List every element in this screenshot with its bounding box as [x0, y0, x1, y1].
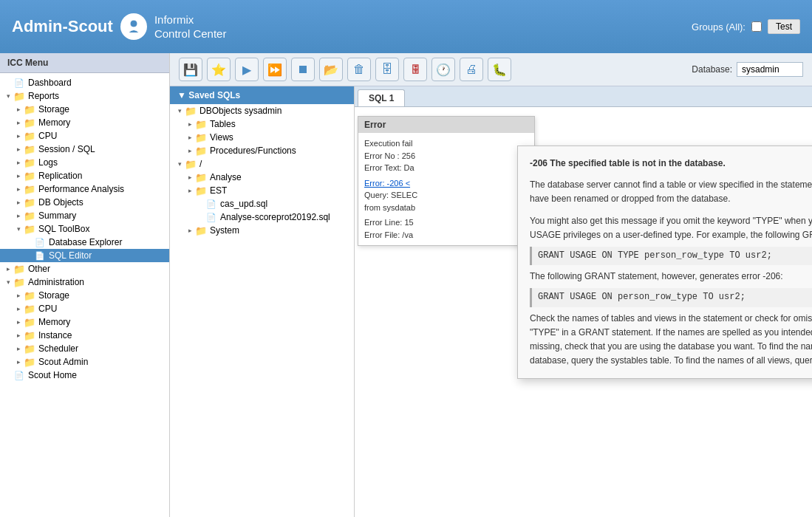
error-mini-footer2: Error File: /va — [364, 229, 528, 242]
groups-checkbox[interactable] — [751, 21, 762, 32]
sidebar-item-database-explorer[interactable]: 📄Database Explorer — [0, 236, 169, 249]
folder-icon: 📁 — [195, 119, 207, 129]
sidebar-item-session-sql[interactable]: ▸📁Session / SQL — [0, 143, 169, 156]
delete-button[interactable]: 🗑 — [347, 58, 371, 81]
sidebar-item-administration[interactable]: ▾📁Administration — [0, 275, 169, 289]
sql-tab-1[interactable]: SQL 1 — [358, 89, 405, 106]
error-main-content: -206 The specified table is not in the d… — [518, 146, 812, 378]
bug-button[interactable]: 🐛 — [488, 58, 511, 81]
sidebar-item-db-objects[interactable]: ▸📁DB Objects — [0, 196, 169, 209]
error-mini-line2: Error No : 256 — [364, 150, 528, 162]
tree-label-adm-storage: Storage — [38, 290, 69, 301]
tree-label-adm-cpu: CPU — [38, 304, 57, 314]
bookmark-button[interactable]: ⭐ — [207, 58, 231, 81]
folder-icon: 📁 — [24, 104, 35, 114]
expander-adm-cpu: ▸ — [13, 305, 24, 312]
play-button[interactable]: ▶ — [235, 58, 259, 81]
saved-sql-label-9: System — [210, 225, 239, 236]
saved-sql-item-5[interactable]: ▸📁Analyse — [170, 171, 354, 184]
sidebar-item-scout-home[interactable]: 📄Scout Home — [0, 369, 169, 382]
saved-sql-item-9[interactable]: ▸📁System — [170, 224, 354, 237]
error-mini-query1: Query: SELEC — [364, 189, 528, 202]
saved-sql-item-0[interactable]: ▾📁DBObjects sysadmin — [170, 104, 354, 117]
doc-icon: 📄 — [13, 370, 25, 380]
database-button[interactable]: 🗄 — [375, 58, 399, 81]
sidebar-item-reports[interactable]: ▾📁Reports — [0, 89, 169, 103]
expander-summary: ▸ — [13, 212, 24, 219]
saved-sql-label-2: Views — [210, 132, 233, 143]
saved-sql-item-8[interactable]: 📄Analyse-scoreprot20192.sql — [170, 210, 354, 224]
sidebar-tree: 📄Dashboard▾📁Reports▸📁Storage▸📁Memory▸📁CP… — [0, 73, 169, 517]
tree-label-performance-analysis: Performance Analysis — [38, 184, 124, 194]
error-mini-query2: from sysdatab — [364, 202, 528, 214]
folder-icon: 📁 — [13, 277, 25, 287]
expander-memory: ▸ — [13, 119, 24, 126]
saved-sql-item-6[interactable]: ▸📁EST — [170, 184, 354, 197]
folder-icon: 📁 — [24, 197, 35, 208]
sidebar-item-replication[interactable]: ▸📁Replication — [0, 169, 169, 182]
folder-icon: 📁 — [24, 330, 35, 340]
expander-scheduler: ▸ — [13, 345, 24, 352]
folder-icon: 📁 — [13, 91, 25, 101]
doc-icon: 📄 — [34, 237, 46, 247]
sidebar-item-cpu[interactable]: ▸📁CPU — [0, 129, 169, 143]
doc-icon: 📄 — [34, 250, 46, 261]
sidebar-item-summary[interactable]: ▸📁Summary — [0, 209, 169, 222]
saved-sql-item-3[interactable]: ▸📁Procedures/Functions — [170, 144, 354, 157]
folder-icon: 📁 — [195, 225, 207, 236]
database-x-button[interactable]: 🗄 — [403, 58, 427, 81]
expander-replication: ▸ — [13, 172, 24, 179]
expander-sql-toolbox: ▾ — [13, 225, 24, 233]
doc-icon: 📄 — [205, 199, 217, 209]
sidebar-item-adm-storage[interactable]: ▸📁Storage — [0, 289, 169, 302]
saved-sql-item-7[interactable]: 📄cas_upd.sql — [170, 197, 354, 210]
main-layout: ICC Menu 📄Dashboard▾📁Reports▸📁Storage▸📁M… — [0, 53, 812, 517]
folder-icon: 📁 — [24, 171, 35, 181]
sidebar-item-memory[interactable]: ▸📁Memory — [0, 116, 169, 129]
sidebar-item-scheduler[interactable]: ▸📁Scheduler — [0, 342, 169, 355]
expander-session-sql: ▸ — [13, 145, 24, 153]
save-button[interactable]: 💾 — [179, 58, 202, 81]
tree-label-db-objects: DB Objects — [38, 197, 83, 208]
sidebar-item-sql-editor[interactable]: 📄SQL Editor — [0, 249, 169, 262]
test-button[interactable]: Test — [768, 19, 800, 34]
sidebar-item-other[interactable]: ▸📁Other — [0, 262, 169, 275]
tree-label-sql-toolbox: SQL ToolBox — [38, 224, 89, 234]
clock-button[interactable]: 🕐 — [431, 58, 455, 81]
saved-sql-item-2[interactable]: ▸📁Views — [170, 131, 354, 144]
expander-adm-memory: ▸ — [13, 318, 24, 326]
folder-icon: 📁 — [185, 106, 197, 116]
database-input[interactable] — [737, 62, 803, 77]
folder-icon: 📁 — [24, 184, 35, 194]
tree-label-database-explorer: Database Explorer — [49, 237, 122, 247]
saved-sql-label-6: EST — [210, 185, 227, 196]
folder-icon: 📁 — [13, 264, 25, 274]
folder-icon: 📁 — [195, 185, 207, 196]
tree-label-scout-home: Scout Home — [28, 370, 77, 380]
tree-label-session-sql: Session / SQL — [38, 144, 95, 154]
sidebar-item-scout-admin[interactable]: ▸📁Scout Admin — [0, 355, 169, 369]
expander-cpu: ▸ — [13, 132, 24, 140]
sidebar-item-storage[interactable]: ▸📁Storage — [0, 103, 169, 116]
database-label: Database: — [692, 64, 732, 75]
tree-label-storage: Storage — [38, 104, 69, 114]
print-button[interactable]: 🖨 — [460, 58, 483, 81]
stop-button[interactable]: ⏹ — [291, 58, 315, 81]
saved-sql-item-4[interactable]: ▾📁/ — [170, 157, 354, 171]
sidebar-item-dashboard[interactable]: 📄Dashboard — [0, 76, 169, 89]
tree-label-adm-memory: Memory — [38, 317, 70, 327]
sidebar-item-adm-cpu[interactable]: ▸📁CPU — [0, 302, 169, 315]
folder-icon: 📁 — [185, 159, 197, 169]
sidebar-item-adm-memory[interactable]: ▸📁Memory — [0, 315, 169, 329]
toolbar: 💾 ⭐ ▶ ⏩ ⏹ 📂 🗑 🗄 🗄 🕐 🖨 🐛 Database: — [170, 53, 812, 86]
folder-add-button[interactable]: 📂 — [319, 58, 343, 81]
error-mini-link-line: Error: -206 < — [364, 177, 528, 190]
sidebar-item-performance-analysis[interactable]: ▸📁Performance Analysis — [0, 182, 169, 196]
sidebar-item-instance[interactable]: ▸📁Instance — [0, 329, 169, 342]
sidebar-item-logs[interactable]: ▸📁Logs — [0, 156, 169, 169]
sidebar-item-sql-toolbox[interactable]: ▾📁SQL ToolBox — [0, 222, 169, 236]
folder-icon: 📁 — [195, 145, 207, 156]
saved-sql-item-1[interactable]: ▸📁Tables — [170, 117, 354, 131]
error-link[interactable]: Error: -206 < — [364, 179, 410, 188]
play-next-button[interactable]: ⏩ — [263, 58, 287, 81]
